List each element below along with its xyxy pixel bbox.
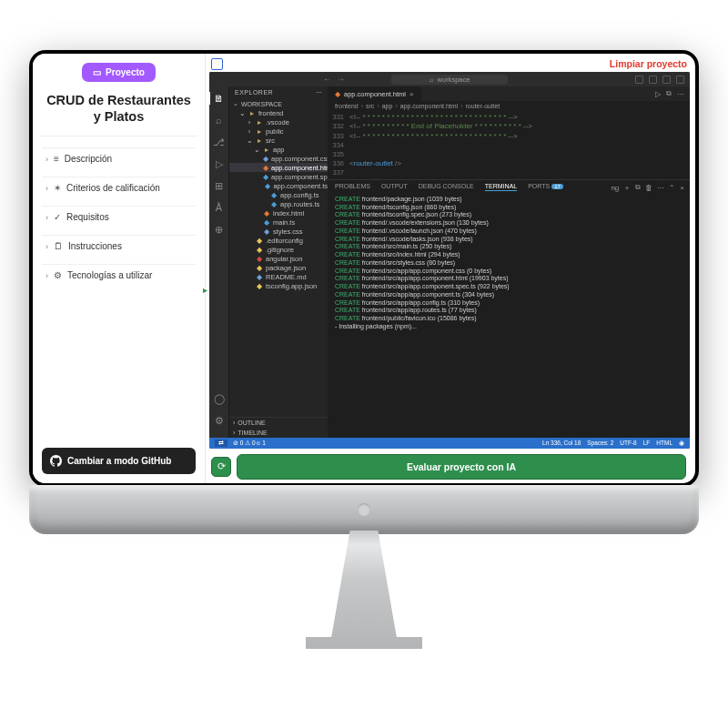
status-item[interactable]: UTF-8 <box>620 440 636 447</box>
back-icon[interactable]: ← <box>323 75 331 84</box>
expand-icon[interactable] <box>211 58 223 70</box>
sidebar-item-label: Instrucciones <box>68 241 122 251</box>
file-row[interactable]: ◆main.ts <box>229 217 328 227</box>
settings-gear-icon[interactable]: ⚙ <box>213 414 226 427</box>
panel-tab-debug-console[interactable]: DEBUG CONSOLE <box>419 183 474 191</box>
remote-icon[interactable]: ⊕ <box>213 223 226 236</box>
explorer-icon[interactable]: 🗎 <box>213 92 226 105</box>
breadcrumb-segment[interactable]: src <box>366 103 374 109</box>
file-icon: ▸ <box>256 136 263 145</box>
status-item[interactable]: Ln 336, Col 18 <box>542 440 581 447</box>
layout-toggle-4-icon[interactable] <box>676 76 684 84</box>
panel-tab-terminal[interactable]: TERMINAL <box>485 183 517 191</box>
file-name: .vscode <box>266 118 289 126</box>
close-icon[interactable]: × <box>410 90 414 98</box>
breadcrumb-segment[interactable]: app.component.html <box>400 103 458 109</box>
account-icon[interactable]: ◯ <box>213 392 226 405</box>
layout-toggle-1-icon[interactable] <box>635 76 643 84</box>
new-terminal-icon[interactable]: ＋ <box>623 183 631 193</box>
resize-handle-icon[interactable]: ▸ <box>203 286 208 295</box>
outline-section[interactable]: › OUTLINE <box>229 418 328 428</box>
line-number: 337 <box>328 168 349 177</box>
panel-tab-output[interactable]: OUTPUT <box>381 183 408 191</box>
code-editor[interactable]: 331<!-- * * * * * * * * * * * * * * * * … <box>328 111 690 179</box>
clear-project-button[interactable]: Limpiar proyecto <box>610 58 687 69</box>
explorer-collapsed-sections: › OUTLINE › TIMELINE <box>229 417 328 438</box>
run-debug-icon[interactable]: ▷ <box>213 157 226 170</box>
folder-row[interactable]: ⌄▸frontend <box>229 108 328 117</box>
workspace-section[interactable]: ⌄ WORKSPACE <box>229 99 328 108</box>
maximize-panel-icon[interactable]: ⌃ <box>669 184 675 192</box>
file-row[interactable]: ◆app.component.spec.ts <box>229 172 328 181</box>
file-name: .gitignore <box>266 246 294 254</box>
breadcrumb-segment[interactable]: frontend <box>335 103 359 109</box>
file-row[interactable]: ◆app.component.css <box>229 154 328 163</box>
file-row[interactable]: ◆styles.css <box>229 227 328 236</box>
more-icon[interactable]: ⋯ <box>657 184 664 192</box>
terminal-line: CREATE frontend/tsconfig.spec.json (273 … <box>335 211 682 219</box>
panel-tab-problems[interactable]: PROBLEMS <box>335 183 370 191</box>
terminal[interactable]: CREATE frontend/package.json (1039 bytes… <box>328 194 690 335</box>
file-row[interactable]: ◆app.component.html <box>229 163 328 172</box>
more-icon[interactable]: ⋯ <box>316 89 323 96</box>
file-row[interactable]: ◆app.component.ts <box>229 181 328 190</box>
trash-icon[interactable]: 🗑 <box>645 184 652 192</box>
refresh-button[interactable]: ⟳ <box>211 457 231 477</box>
file-row[interactable]: ◆tsconfig.app.json <box>229 281 328 290</box>
sidebar-item-requisitos[interactable]: › ✓ Requisitos <box>42 206 196 228</box>
code-line: 336<router-outlet /> <box>328 159 690 168</box>
tab-app-component-html[interactable]: ◆ app.component.html × <box>328 86 422 101</box>
remote-indicator-icon[interactable]: ⇄ <box>215 440 228 447</box>
evaluate-project-button[interactable]: Evaluar proyecto con IA <box>237 454 686 480</box>
file-row[interactable]: ◆app.config.ts <box>229 190 328 199</box>
status-item[interactable]: LF <box>643 440 651 447</box>
split-editor-icon[interactable]: ⧉ <box>666 89 672 98</box>
file-row[interactable]: ◆app.routes.ts <box>229 199 328 208</box>
status-item[interactable]: ◉ <box>679 440 684 447</box>
status-item[interactable]: Spaces: 2 <box>587 440 613 447</box>
terminal-line: CREATE frontend/package.json (1039 bytes… <box>335 196 682 204</box>
folder-row[interactable]: ›▸.vscode <box>229 117 328 126</box>
activity-bar: 🗎 ⌕ ⎇ ▷ ⊞ Å ⊕ ◯ ⚙ <box>209 86 229 438</box>
forward-icon[interactable]: → <box>337 75 345 84</box>
check-icon: ✓ <box>54 212 61 222</box>
file-row[interactable]: ◆README.md <box>229 272 328 281</box>
search-icon[interactable]: ⌕ <box>213 114 226 126</box>
sidebar-item-criterios[interactable]: › ✶ Criterios de calificación <box>42 177 196 198</box>
split-terminal-icon[interactable]: ⧉ <box>635 183 641 192</box>
file-row[interactable]: ◆.editorconfig <box>229 236 328 245</box>
file-name: public <box>266 127 284 136</box>
breadcrumb-segment[interactable]: router-outlet <box>466 103 500 109</box>
timeline-section[interactable]: › TIMELINE <box>229 428 328 438</box>
folder-row[interactable]: ⌄▸app <box>229 145 328 154</box>
file-row[interactable]: ◆package.json <box>229 263 328 272</box>
folder-row[interactable]: ⌄▸src <box>229 136 328 145</box>
extensions-icon[interactable]: ⊞ <box>213 179 226 192</box>
breadcrumb-segment[interactable]: app <box>382 103 393 109</box>
close-panel-icon[interactable]: × <box>680 184 684 192</box>
status-item[interactable]: HTML <box>656 440 672 447</box>
command-center[interactable]: ⌕ workspace <box>391 75 509 85</box>
more-icon[interactable]: ⋯ <box>677 90 684 98</box>
breadcrumb[interactable]: frontend›src›app›app.component.html›rout… <box>328 101 690 111</box>
file-row[interactable]: ◆angular.json <box>229 254 328 263</box>
status-problems[interactable]: ⊘ 0 ⚠ 0 ⎋ 1 <box>233 440 266 447</box>
layout-toggle-2-icon[interactable] <box>649 76 657 84</box>
layout-toggle-3-icon[interactable] <box>662 76 671 84</box>
file-icon: ▸ <box>256 127 263 136</box>
sidebar-item-tecnologias[interactable]: › ⚙ Tecnologías a utilizar <box>42 264 196 286</box>
file-row[interactable]: ◆index.html <box>229 208 328 217</box>
chevron-right-icon: › <box>46 213 48 222</box>
line-number: 333 <box>328 132 349 141</box>
folder-row[interactable]: ›▸public <box>229 126 328 136</box>
test-icon[interactable]: Å <box>213 201 226 214</box>
chevron-right-icon: › <box>46 155 48 164</box>
github-mode-button[interactable]: Cambiar a modo GitHub <box>42 448 196 474</box>
file-row[interactable]: ◆.gitignore <box>229 245 328 254</box>
panel-tab-ports[interactable]: PORTS17 <box>528 183 563 191</box>
source-control-icon[interactable]: ⎇ <box>213 136 226 148</box>
file-icon: ◆ <box>256 237 263 245</box>
run-icon[interactable]: ▷ <box>655 90 661 98</box>
sidebar-item-instrucciones[interactable]: › 🗒 Instrucciones <box>42 235 196 257</box>
sidebar-item-descripcion[interactable]: › ≡ Descripción <box>42 147 196 169</box>
